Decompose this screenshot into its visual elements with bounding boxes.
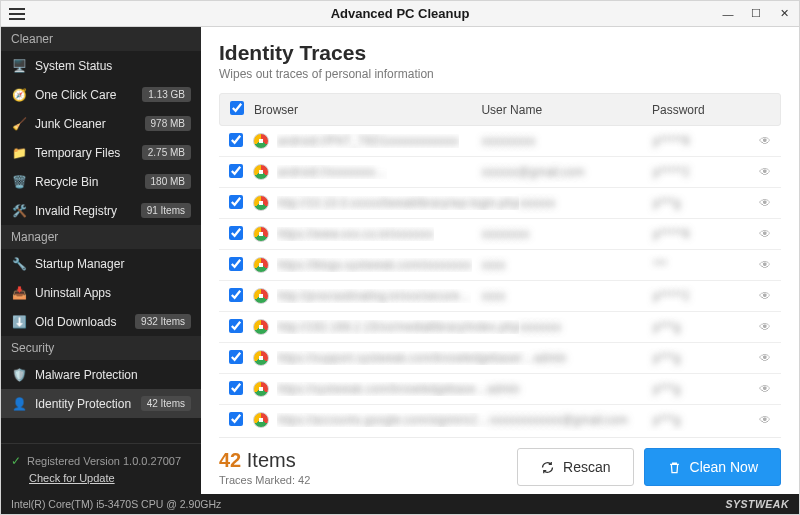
sidebar-item-icon: 🗑️ xyxy=(11,174,27,190)
pass-text: p*****8 xyxy=(653,227,690,241)
pass-text: p***g xyxy=(653,320,680,334)
cpu-info: Intel(R) Core(TM) i5-3470S CPU @ 2.90GHz xyxy=(11,498,221,510)
user-text: xxxxxx@gmail.com xyxy=(482,165,585,179)
eye-icon[interactable]: 👁 xyxy=(759,413,771,427)
table-row[interactable]: https://www.xxx.co.in/xxxxxxx xxxxxxxx p… xyxy=(219,219,781,250)
sidebar-item-temporary-files[interactable]: 📁Temporary Files2.75 MB xyxy=(1,138,201,167)
close-button[interactable]: ✕ xyxy=(773,5,795,23)
column-user: User Name xyxy=(481,103,652,117)
site-text: https://support.systweak.com/knowledgeba… xyxy=(277,351,534,365)
sidebar-item-label: System Status xyxy=(35,59,112,73)
traces-marked: Traces Marked: 42 xyxy=(219,474,310,486)
row-checkbox[interactable] xyxy=(229,350,243,364)
eye-icon[interactable]: 👁 xyxy=(759,227,771,241)
pass-text: p*****2 xyxy=(653,289,690,303)
sidebar-section-header: Cleaner xyxy=(1,27,201,51)
chrome-icon xyxy=(253,381,269,397)
chrome-icon xyxy=(253,288,269,304)
sidebar-item-old-downloads[interactable]: ⬇️Old Downloads932 Items xyxy=(1,307,201,336)
sidebar-item-uninstall-apps[interactable]: 📥Uninstall Apps xyxy=(1,278,201,307)
menu-button[interactable] xyxy=(5,4,29,24)
column-password: Password xyxy=(652,103,742,117)
table-row[interactable]: https://blogs.systweak.com/xxxxxxxx xxxx… xyxy=(219,250,781,281)
eye-icon[interactable]: 👁 xyxy=(759,289,771,303)
sidebar-badge: 978 MB xyxy=(145,116,191,131)
site-text: https://accounts.google.com/signin/v2… xyxy=(277,413,489,427)
table-row[interactable]: android://xxxxxxxx… xxxxxx@gmail.com p**… xyxy=(219,157,781,188)
sidebar-item-invalid-registry[interactable]: 🛠️Invalid Registry91 Items xyxy=(1,196,201,225)
table-row[interactable]: http://10.10.0.xxxxx/tweaklibrary/wp-log… xyxy=(219,188,781,219)
sidebar-item-junk-cleaner[interactable]: 🧹Junk Cleaner978 MB xyxy=(1,109,201,138)
eye-icon[interactable]: 👁 xyxy=(759,165,771,179)
row-checkbox[interactable] xyxy=(229,164,243,178)
sidebar-item-startup-manager[interactable]: 🔧Startup Manager xyxy=(1,249,201,278)
table-row[interactable]: android://PNT_T6D1xxxxxxxxxxxx xxxxxxxxx… xyxy=(219,126,781,157)
sidebar-item-icon: 🧭 xyxy=(11,87,27,103)
sidebar-item-label: Temporary Files xyxy=(35,146,120,160)
row-checkbox[interactable] xyxy=(229,381,243,395)
eye-icon[interactable]: 👁 xyxy=(759,196,771,210)
row-checkbox[interactable] xyxy=(229,195,243,209)
pass-text: p***g xyxy=(653,351,680,365)
action-bar: 42 Items Traces Marked: 42 Rescan Clean … xyxy=(219,437,781,486)
sidebar-item-label: Junk Cleaner xyxy=(35,117,106,131)
site-text: http://procrastinating.in/xxx/secure… xyxy=(277,289,471,303)
row-checkbox[interactable] xyxy=(229,226,243,240)
sidebar-item-identity-protection[interactable]: 👤Identity Protection42 Items xyxy=(1,389,201,418)
sidebar-item-icon: 📥 xyxy=(11,285,27,301)
registered-line: ✓Registered Version 1.0.0.27007 xyxy=(11,454,191,468)
site-text: https://www.xxx.co.in/xxxxxxx xyxy=(277,227,434,241)
eye-icon[interactable]: 👁 xyxy=(759,134,771,148)
chrome-icon xyxy=(253,164,269,180)
row-checkbox[interactable] xyxy=(229,257,243,271)
sidebar-item-label: Invalid Registry xyxy=(35,204,117,218)
table-row[interactable]: https://accounts.google.com/signin/v2… x… xyxy=(219,405,781,431)
trash-icon xyxy=(667,460,682,475)
eye-icon[interactable]: 👁 xyxy=(759,351,771,365)
sidebar-item-recycle-bin[interactable]: 🗑️Recycle Bin180 MB xyxy=(1,167,201,196)
chrome-icon xyxy=(253,412,269,428)
chrome-icon xyxy=(253,133,269,149)
sidebar-item-label: Recycle Bin xyxy=(35,175,98,189)
sidebar-item-label: One Click Care xyxy=(35,88,116,102)
sidebar-item-malware-protection[interactable]: 🛡️Malware Protection xyxy=(1,360,201,389)
select-all-checkbox[interactable] xyxy=(230,101,244,115)
table-row[interactable]: https://support.systweak.com/knowledgeba… xyxy=(219,343,781,374)
sidebar-badge: 91 Items xyxy=(141,203,191,218)
user-text: xxxxxxx xyxy=(519,320,561,334)
sidebar-item-icon: 📁 xyxy=(11,145,27,161)
user-text: xxxxxxxx xyxy=(482,227,530,241)
site-text: https://blogs.systweak.com/xxxxxxxx xyxy=(277,258,472,272)
sidebar-item-label: Uninstall Apps xyxy=(35,286,111,300)
table-row[interactable]: https://systweak.com/knowledgebase… admi… xyxy=(219,374,781,405)
chrome-icon xyxy=(253,195,269,211)
minimize-button[interactable]: — xyxy=(717,5,739,23)
eye-icon[interactable]: 👁 xyxy=(759,382,771,396)
row-checkbox[interactable] xyxy=(229,133,243,147)
page-subtitle: Wipes out traces of personal information xyxy=(219,67,781,81)
row-checkbox[interactable] xyxy=(229,319,243,333)
site-text: http://192.168.2.15/xx/mediallibrary/ind… xyxy=(277,320,519,334)
site-text: android://xxxxxxxx… xyxy=(277,165,387,179)
check-icon: ✓ xyxy=(11,454,21,468)
sidebar: Cleaner🖥️System Status🧭One Click Care1.1… xyxy=(1,27,201,494)
check-update-link[interactable]: Check for Update xyxy=(29,472,115,484)
table-row[interactable]: http://192.168.2.15/xx/mediallibrary/ind… xyxy=(219,312,781,343)
sidebar-item-system-status[interactable]: 🖥️System Status xyxy=(1,51,201,80)
table-row[interactable]: http://procrastinating.in/xxx/secure… xx… xyxy=(219,281,781,312)
sidebar-item-label: Identity Protection xyxy=(35,397,131,411)
eye-icon[interactable]: 👁 xyxy=(759,320,771,334)
eye-icon[interactable]: 👁 xyxy=(759,258,771,272)
sidebar-item-one-click-care[interactable]: 🧭One Click Care1.13 GB xyxy=(1,80,201,109)
sidebar-item-icon: 🛡️ xyxy=(11,367,27,383)
clean-now-button[interactable]: Clean Now xyxy=(644,448,781,486)
sidebar-item-icon: 🔧 xyxy=(11,256,27,272)
page-title: Identity Traces xyxy=(219,41,781,65)
maximize-button[interactable]: ☐ xyxy=(745,5,767,23)
sidebar-badge: 2.75 MB xyxy=(142,145,191,160)
row-checkbox[interactable] xyxy=(229,288,243,302)
rescan-button[interactable]: Rescan xyxy=(517,448,633,486)
pass-text: p***g xyxy=(653,196,680,210)
sidebar-badge: 932 Items xyxy=(135,314,191,329)
row-checkbox[interactable] xyxy=(229,412,243,426)
